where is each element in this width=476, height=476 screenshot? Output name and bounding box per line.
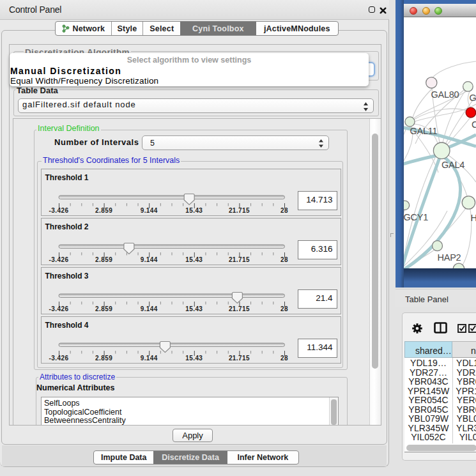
svg-text:CYC1: CYC1 xyxy=(472,119,476,130)
svg-text:HAP2: HAP2 xyxy=(438,252,461,263)
svg-text:GAL80: GAL80 xyxy=(431,89,459,100)
svg-text:GAL11: GAL11 xyxy=(410,126,438,136)
svg-text:GCY1: GCY1 xyxy=(404,212,428,222)
svg-text:GAL7: GAL7 xyxy=(470,93,476,103)
svg-text:GAL4: GAL4 xyxy=(441,160,464,170)
svg-text:HIS4: HIS4 xyxy=(471,213,476,223)
